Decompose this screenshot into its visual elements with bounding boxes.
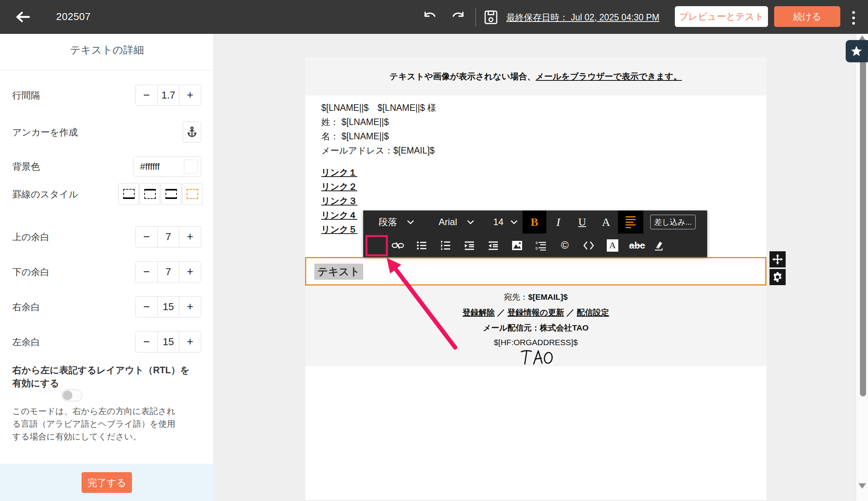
border-style-group <box>119 183 202 205</box>
kebab-dot <box>852 11 855 14</box>
line-spacing-decrease-button[interactable]: − <box>136 85 158 105</box>
padding-bottom-increase-button[interactable]: + <box>179 262 201 282</box>
last-saved-link[interactable]: 最終保存日時： Jul 02, 2025 04:30 PM <box>506 12 659 23</box>
rtl-toggle-label: 右から左に表記するレイアウト（RTL）を有効にする <box>12 364 193 390</box>
padding-right-decrease-button[interactable]: − <box>136 297 158 317</box>
create-anchor-button[interactable] <box>183 122 201 142</box>
border-style-none-button-selected[interactable] <box>182 183 202 205</box>
padding-bottom-value[interactable]: 7 <box>158 262 179 282</box>
padding-left-increase-button[interactable]: + <box>179 332 201 352</box>
save-button[interactable] <box>483 9 499 25</box>
insert-image-button[interactable] <box>509 234 526 257</box>
definition-list-button[interactable]: a b <box>532 234 549 257</box>
padding-right-value[interactable]: 15 <box>158 297 179 317</box>
svg-text:b: b <box>536 246 538 250</box>
body-link-2[interactable]: リンク２ <box>321 180 357 194</box>
padding-left-value[interactable]: 15 <box>158 332 179 352</box>
email-preheader-block[interactable]: テキストや画像が表示されない場合、メールをブラウザーで表示できます。 <box>305 57 766 95</box>
kebab-dot <box>852 22 855 25</box>
italic-button[interactable]: I <box>546 210 570 234</box>
line-spacing-increase-button[interactable]: + <box>179 85 201 105</box>
selected-text[interactable]: テキスト <box>314 264 363 280</box>
padding-right-increase-button[interactable]: + <box>179 297 201 317</box>
body-link-5[interactable]: リンク５ <box>321 222 357 237</box>
clear-format-button[interactable] <box>650 234 667 257</box>
back-button[interactable] <box>15 9 32 25</box>
block-settings-handle[interactable] <box>770 269 786 285</box>
bold-button[interactable]: B <box>522 210 546 234</box>
redo-button[interactable] <box>449 11 467 25</box>
underline-button[interactable]: U <box>570 210 594 234</box>
merge-tags-button[interactable]: 差し込み... <box>650 215 696 229</box>
merge-line-email: メールアドレス：$[EMAIL]$ <box>321 144 436 158</box>
padding-top-value[interactable]: 7 <box>158 227 179 247</box>
highlight-color-button[interactable]: A <box>604 234 621 257</box>
padding-bottom-stepper: − 7 + <box>135 261 201 282</box>
favorites-button[interactable] <box>846 40 868 62</box>
special-character-button[interactable]: © <box>556 234 573 257</box>
body-link-4[interactable]: リンク４ <box>321 208 357 222</box>
indent-button[interactable] <box>461 234 478 257</box>
border-style-bottom-button[interactable] <box>119 183 139 205</box>
font-family-dropdown[interactable]: Arial <box>439 210 474 234</box>
save-icon <box>484 10 497 24</box>
paragraph-style-dropdown[interactable]: 段落 <box>379 210 414 234</box>
padding-left-decrease-button[interactable]: − <box>136 332 158 352</box>
background-color-input[interactable]: #ffffff <box>134 156 201 177</box>
footer-to-label: 宛先： <box>504 292 528 301</box>
move-icon <box>772 254 783 265</box>
selected-text-block[interactable]: テキスト <box>305 257 766 286</box>
rtl-toggle-knob <box>63 391 72 400</box>
paragraph-style-value: 段落 <box>379 216 397 228</box>
line-spacing-value[interactable]: 1.7 <box>158 85 179 105</box>
unsubscribe-link[interactable]: 登録解除 <box>462 308 495 317</box>
border-style-top-button[interactable] <box>140 183 160 205</box>
source-code-button[interactable] <box>580 234 597 257</box>
padding-left-label: 左余白 <box>12 336 40 348</box>
padding-top-increase-button[interactable]: + <box>179 227 201 247</box>
unlink-icon <box>392 241 404 250</box>
code-icon <box>583 241 594 250</box>
merge-line-firstname: 名： $[LNAME||$ <box>321 129 436 144</box>
top-bar: 202507 最終保存日時： Jul 02, 2025 04:30 PM プレビ… <box>0 0 868 34</box>
view-in-browser-link[interactable]: メールをブラウザーで表示できます。 <box>536 72 682 81</box>
body-link-1[interactable]: リンク１ <box>321 165 357 180</box>
update-profile-link[interactable]: 登録情報の更新 <box>507 308 564 317</box>
star-icon <box>850 45 863 57</box>
preview-and-test-button[interactable]: プレビューとテスト <box>675 6 768 27</box>
background-color-value[interactable]: #ffffff <box>140 161 184 172</box>
background-color-swatch[interactable] <box>184 160 198 174</box>
remove-link-button[interactable] <box>389 234 406 257</box>
delivery-settings-link[interactable]: 配信設定 <box>577 308 609 317</box>
email-footer-block[interactable]: 宛先：$[EMAIL]$ 登録解除 ／ 登録情報の更新 ／ 配信設定 メール配信… <box>305 286 766 366</box>
padding-bottom-label: 下の余白 <box>12 266 50 278</box>
canvas-scrollbar[interactable] <box>856 34 868 501</box>
padding-top-decrease-button[interactable]: − <box>136 227 158 247</box>
font-color-button[interactable]: A <box>594 210 618 234</box>
font-size-dropdown[interactable]: 14 <box>493 210 517 234</box>
chevron-down-icon <box>511 220 517 224</box>
scrollbar-thumb[interactable] <box>860 42 866 396</box>
body-link-3[interactable]: リンク３ <box>321 194 357 208</box>
numbered-list-button[interactable] <box>437 234 454 257</box>
strikethrough-button[interactable]: abc <box>626 234 648 257</box>
topbar-divider <box>476 8 476 27</box>
done-button[interactable]: 完了する <box>82 472 132 493</box>
more-options-button[interactable] <box>846 8 861 27</box>
border-style-top-bottom-button[interactable] <box>161 183 181 205</box>
annotation-highlight-box <box>366 235 388 256</box>
continue-button[interactable]: 続ける <box>774 6 840 27</box>
rtl-toggle[interactable] <box>62 389 82 401</box>
chevron-down-icon <box>407 220 414 224</box>
align-button[interactable] <box>618 210 643 234</box>
empty-email-block[interactable] <box>305 366 766 500</box>
bullet-list-button[interactable] <box>413 234 430 257</box>
border-top-icon <box>144 189 156 199</box>
scroll-down-arrow-icon[interactable] <box>858 483 866 489</box>
kebab-dot <box>852 17 855 19</box>
undo-button[interactable] <box>421 11 439 25</box>
outdent-button[interactable] <box>485 234 502 257</box>
padding-top-stepper: − 7 + <box>135 226 201 247</box>
move-block-handle[interactable] <box>770 251 786 267</box>
padding-bottom-decrease-button[interactable]: − <box>136 262 158 282</box>
